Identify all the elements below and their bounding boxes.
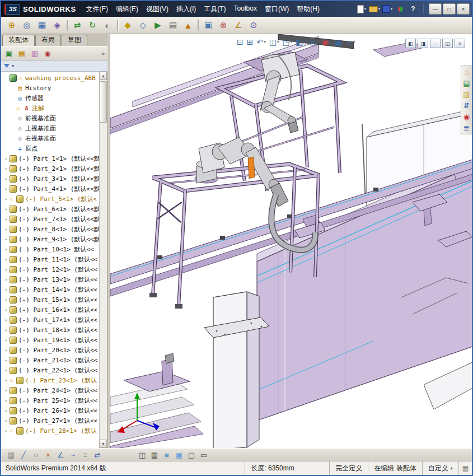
menu-item[interactable]: 视图(V)	[142, 3, 172, 16]
file-explorer-icon[interactable]: ▥	[463, 91, 470, 98]
smart-dimension-icon[interactable]: ∠	[55, 450, 66, 460]
tree-item[interactable]: ▸ (-) Part_11<1> (默认<<	[2, 254, 99, 264]
tree-item[interactable]: ▸ (-) Part_18<1> (默认<<	[2, 325, 99, 335]
section-view-icon[interactable]: ◫▾	[268, 37, 280, 47]
expand-arrow-icon[interactable]: ▸	[3, 246, 10, 252]
tree-item[interactable]: ▸ (-) Part_15<1> (默认<<	[2, 295, 99, 305]
panel-overflow-chevron[interactable]: »	[101, 50, 105, 57]
expand-arrow-icon[interactable]: ▸	[3, 176, 10, 181]
line-tool-icon[interactable]: ╱	[18, 450, 29, 460]
dropdown-caret-icon[interactable]: ▾	[277, 40, 279, 44]
expand-arrow-icon[interactable]: ▸	[3, 287, 10, 292]
expand-arrow-icon[interactable]: ▸	[3, 388, 10, 393]
appearances-scenes-icon[interactable]: ◉	[463, 113, 470, 120]
expand-arrow-icon[interactable]: ▸	[3, 398, 10, 403]
menu-item[interactable]: 文件(F)	[82, 3, 112, 16]
expand-arrow-icon[interactable]: ▸	[3, 307, 10, 312]
tree-item[interactable]: ▸ (-) Part_26<1> (默认<<	[2, 405, 99, 416]
tree-item[interactable]: ▸ 前视基准面	[2, 113, 99, 123]
viewport-pane-right-button[interactable]: ◨	[418, 39, 428, 48]
section-display-icon[interactable]: ◫	[137, 450, 148, 460]
dropdown-caret-icon[interactable]: ▾	[264, 40, 266, 44]
tree-item[interactable]: ▸ (-) Part_1<1> (默认<<默认	[2, 153, 99, 164]
smart-fasteners-icon[interactable]: ◈	[50, 18, 64, 32]
expand-arrow-icon[interactable]: ▸	[3, 156, 10, 161]
measure-icon[interactable]: ∠	[231, 18, 246, 32]
tree-item[interactable]: ▸ (-) Part_23<1> (默认	[2, 375, 99, 385]
design-library-icon[interactable]: ▤	[463, 80, 470, 87]
tree-item[interactable]: ▸ 传感器	[2, 93, 99, 103]
tree-item[interactable]: ▸ (-) Part_14<1> (默认<<	[2, 284, 99, 295]
custom-properties-icon[interactable]: ≣	[463, 124, 470, 132]
minimize-button[interactable]: —	[429, 3, 442, 15]
insert-components-icon[interactable]: ⊕	[4, 18, 19, 32]
grid-origin-icon[interactable]: ▦	[6, 450, 17, 460]
tree-item[interactable]: ▸ (-) Part_27<1> (默认<<	[2, 416, 99, 426]
dropdown-caret-icon[interactable]: ▾	[291, 40, 293, 44]
filter-caret-icon[interactable]: ▾	[12, 63, 14, 68]
expand-arrow-icon[interactable]: ▸	[3, 267, 10, 272]
tree-item[interactable]: ▸ 右视基准面	[2, 133, 99, 143]
dropdown-caret-icon[interactable]: ▾	[391, 7, 393, 11]
tree-item[interactable]: ▸ (-) Part_2<1> (默认<<默	[2, 164, 99, 174]
menu-item[interactable]: 窗口(W)	[261, 3, 293, 16]
custom-caret-icon[interactable]: ▾	[451, 466, 453, 471]
tree-item[interactable]: ▸ (-) Part_3<1> (默认<<默	[2, 174, 99, 184]
tree-item[interactable]: ▸ History	[2, 83, 99, 93]
configurationmanager-icon[interactable]: ▥	[30, 48, 40, 58]
help-icon[interactable]: ▾	[407, 4, 419, 14]
expand-arrow-icon[interactable]: ▸	[3, 337, 10, 343]
tree-item[interactable]: ▸ (-) Part_25<1> (默认<<	[2, 395, 99, 405]
shaded-icon[interactable]: ▣	[174, 450, 185, 460]
expand-arrow-icon[interactable]: ▸	[3, 327, 10, 333]
expand-arrow-icon[interactable]: ▸	[3, 186, 10, 192]
expand-arrow-icon[interactable]: ▸	[3, 297, 10, 302]
scrollbar-thumb[interactable]	[100, 81, 107, 123]
expand-arrow-icon[interactable]: ▸	[3, 367, 10, 373]
scrollbar-track[interactable]	[100, 80, 107, 440]
tree-item[interactable]: ▸ (-) Part_7<1> (默认<<默	[2, 214, 99, 224]
rotate-component-icon[interactable]: ↻	[85, 18, 100, 32]
expand-arrow-icon[interactable]: ▸	[3, 216, 10, 222]
dropdown-caret-icon[interactable]: ▾	[329, 40, 331, 44]
tree-item[interactable]: ▸ (-) Part_10<1> 默认<<	[2, 244, 99, 254]
wireframe-icon[interactable]: ▭	[198, 450, 209, 460]
dropdown-caret-icon[interactable]: ▾	[378, 7, 381, 11]
expand-arrow-icon[interactable]: ▸	[3, 428, 10, 433]
expand-arrow-icon[interactable]: ▸	[3, 418, 10, 423]
interference-detection-icon[interactable]: ⊗	[216, 18, 231, 32]
convert-entities-icon[interactable]: ≡	[79, 450, 91, 460]
expand-arrow-icon[interactable]: ▸	[3, 236, 10, 242]
tree-item[interactable]: ▸ (-) Part_4<1> (默认<<默	[2, 184, 99, 194]
tree-item[interactable]: ▸ (-) Part_12<1> (默认<<	[2, 264, 99, 274]
reference-geometry-icon[interactable]: ◇	[135, 18, 150, 32]
edit-appearance-icon[interactable]: ◉▾	[321, 37, 332, 47]
dropdown-caret-icon[interactable]: ▾	[316, 40, 319, 44]
tree-item[interactable]: ▸ (-) Part_17<1> (默认<<	[2, 315, 99, 325]
expand-arrow-icon[interactable]: ▸	[3, 206, 10, 212]
bill-of-materials-icon[interactable]: ▤	[166, 18, 180, 32]
mate-icon[interactable]: ◎	[20, 18, 34, 32]
close-document-button[interactable]: ×	[455, 39, 465, 48]
expand-arrow-icon[interactable]: ▸	[3, 256, 10, 262]
scroll-up-button[interactable]: ▲	[100, 72, 107, 80]
expand-arrow-icon[interactable]: ▸	[3, 196, 10, 202]
tree-item[interactable]: ▸ 注解	[2, 103, 99, 113]
minimize-document-button[interactable]: —	[430, 39, 441, 48]
expand-arrow-icon[interactable]: ▸	[3, 226, 10, 232]
tree-item[interactable]: ▸ (-) Part_22<1> (默认<<	[2, 365, 99, 375]
featuremanager-tree-icon[interactable]: ▣	[4, 48, 14, 58]
tree-item-root[interactable]: ▸ washing process_ABB robo	[2, 73, 99, 83]
model-3d-scene[interactable]	[110, 34, 472, 448]
graphics-viewport[interactable]: ⊡▾⊞▾↶▾◫▾◳▾◧▾◎▾◉▾▦▾◐▾ ◧◨—◱× ⌂▤▥⇵◉≣	[110, 34, 472, 448]
options-icon[interactable]: ▾	[394, 4, 406, 14]
instant3d-icon[interactable]: ▣	[201, 18, 216, 32]
tab-layout[interactable]: 布局	[35, 35, 61, 46]
hidden-lines-icon[interactable]: ▢	[186, 450, 197, 460]
tree-scrollbar[interactable]: ▲ ▼	[99, 72, 107, 448]
view-palette-icon[interactable]: ⇵	[463, 102, 470, 109]
menu-item[interactable]: 帮助(H)	[293, 3, 324, 16]
maximize-button[interactable]: □	[443, 3, 456, 15]
tree-item[interactable]: ▸ (-) Part_8<1> (默认<<默	[2, 224, 99, 234]
display-style-icon[interactable]: ◧▾	[294, 37, 307, 47]
